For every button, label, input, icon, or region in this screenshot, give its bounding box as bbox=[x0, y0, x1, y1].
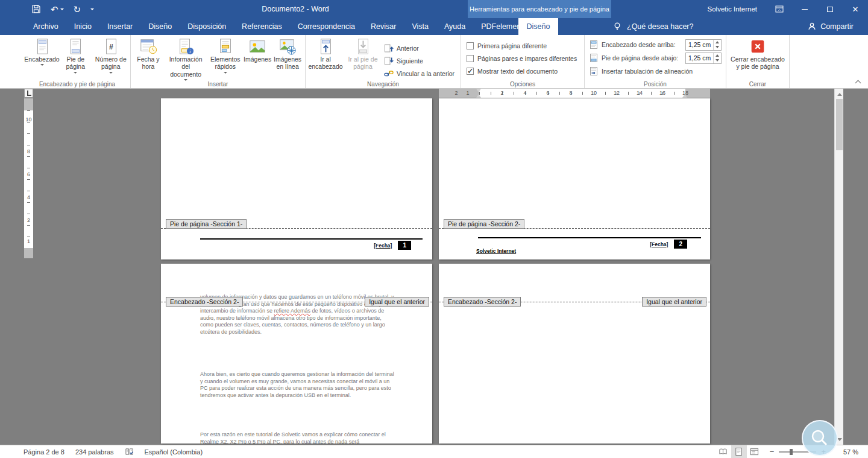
online-pictures-icon bbox=[278, 37, 297, 56]
close-header-footer-button[interactable]: Cerrar encabezado y pie de página bbox=[729, 36, 787, 80]
close-header-footer-label: Cerrar encabezado y pie de página bbox=[731, 56, 785, 71]
tab-stop-selector[interactable] bbox=[24, 89, 33, 98]
zoom-slider-thumb[interactable] bbox=[790, 449, 793, 455]
checkbox-show-document-text[interactable]: Mostrar texto del documento bbox=[467, 65, 579, 77]
checkbox-different-first-page[interactable]: Primera página diferente bbox=[467, 39, 579, 52]
tell-me-label: ¿Qué desea hacer? bbox=[627, 22, 694, 31]
page-number-field[interactable]: 1 bbox=[398, 241, 411, 250]
right-indent-marker[interactable] bbox=[682, 92, 687, 98]
footer-from-bottom-spinner[interactable]: 1,25 cm bbox=[685, 52, 722, 64]
spin-up-icon[interactable] bbox=[715, 39, 719, 43]
date-field[interactable]: [Fecha] bbox=[650, 241, 668, 247]
go-to-footer-button[interactable]: Ir al pie de página bbox=[344, 36, 382, 80]
page-number-icon: # bbox=[102, 37, 120, 56]
tab-revisar[interactable]: Revisar bbox=[363, 18, 404, 35]
go-to-header-button[interactable]: Ir al encabezado bbox=[307, 36, 344, 80]
zoom-out-button[interactable]: − bbox=[770, 447, 775, 456]
close-button[interactable]: ✕ bbox=[843, 0, 868, 18]
tab-vista[interactable]: Vista bbox=[404, 18, 436, 35]
ruler-number: 6 bbox=[546, 90, 549, 96]
group-label-close: Cerrar bbox=[726, 81, 789, 87]
ruler-number: 4 bbox=[523, 90, 526, 96]
page-number-button[interactable]: # Número de página bbox=[93, 36, 129, 80]
spin-down-icon[interactable] bbox=[715, 46, 719, 50]
spinner-buttons[interactable] bbox=[713, 53, 721, 63]
date-time-button-label: Fecha y hora bbox=[133, 56, 163, 71]
lightbulb-icon bbox=[612, 22, 622, 31]
horizontal-ruler[interactable]: 2 1 2 4 6 8 10 12 14 16 18 bbox=[439, 89, 710, 98]
scroll-up-button[interactable] bbox=[835, 89, 844, 98]
checkbox-icon[interactable] bbox=[467, 68, 474, 75]
spin-up-icon[interactable] bbox=[715, 52, 719, 57]
save-button[interactable] bbox=[31, 4, 41, 14]
redo-button[interactable]: ↻ bbox=[74, 5, 81, 14]
page-indicator[interactable]: Página 2 de 8 bbox=[18, 445, 70, 458]
next-button[interactable]: Siguiente bbox=[382, 54, 457, 67]
header-button[interactable]: Encabezado bbox=[25, 36, 58, 80]
header-from-top-value[interactable]: 1,25 cm bbox=[686, 40, 713, 50]
print-layout-view-button[interactable] bbox=[731, 445, 747, 458]
account-name[interactable]: Solvetic Internet bbox=[708, 5, 757, 13]
page-2: Pie de página -Sección 2- [Fecha] 2 Solv… bbox=[439, 98, 710, 259]
page-number-field[interactable]: 2 bbox=[674, 240, 687, 249]
undo-icon: ↶ bbox=[51, 5, 58, 14]
maximize-button[interactable] bbox=[817, 0, 843, 18]
footer-fields: [Fecha] 2 bbox=[650, 240, 687, 249]
page-4: Encabezado -Sección 2- Igual que el ante… bbox=[439, 264, 710, 444]
spin-down-icon[interactable] bbox=[715, 59, 719, 63]
scrollbar-thumb[interactable] bbox=[836, 99, 843, 150]
share-button[interactable]: Compartir bbox=[807, 18, 854, 35]
footer-icon bbox=[66, 37, 84, 56]
collapse-ribbon-button[interactable] bbox=[855, 79, 861, 84]
hanging-indent-marker[interactable] bbox=[476, 92, 481, 98]
quick-access-toolbar: ↶ ↻ bbox=[31, 0, 94, 18]
proofing-status-button[interactable] bbox=[119, 445, 139, 458]
next-icon bbox=[384, 56, 394, 66]
read-mode-view-button[interactable] bbox=[715, 445, 731, 458]
online-pictures-button[interactable]: Imágenes en línea bbox=[271, 36, 304, 80]
checkbox-icon[interactable] bbox=[467, 55, 474, 62]
tab-archivo[interactable]: Archivo bbox=[25, 18, 66, 35]
quick-parts-button[interactable]: Elementos rápidos bbox=[207, 36, 244, 80]
go-to-footer-button-label: Ir al pie de página bbox=[345, 56, 380, 71]
zoom-level[interactable]: 57 % bbox=[833, 448, 858, 456]
qat-customize-button[interactable] bbox=[90, 7, 94, 12]
language-indicator[interactable]: Español (Colombia) bbox=[139, 445, 209, 458]
link-to-previous-button[interactable]: Vincular a la anterior bbox=[382, 67, 457, 80]
date-time-button[interactable]: Fecha y hora bbox=[132, 36, 165, 80]
tab-disposicion[interactable]: Disposición bbox=[180, 18, 234, 35]
tab-inicio[interactable]: Inicio bbox=[66, 18, 99, 35]
pictures-button[interactable]: Imágenes bbox=[244, 36, 271, 80]
date-time-icon bbox=[139, 37, 157, 56]
footer-author-text[interactable]: Solvetic Internet bbox=[476, 248, 516, 254]
page-3: Encabezado -Sección 2- Igual que el ante… bbox=[161, 264, 432, 444]
vertical-ruler[interactable]: 10 8 6 4 2 1 bbox=[24, 98, 33, 258]
footer-button[interactable]: Pie de página bbox=[58, 36, 93, 80]
tab-referencias[interactable]: Referencias bbox=[234, 18, 290, 35]
checkbox-different-odd-even[interactable]: Páginas pares e impares diferentes bbox=[467, 52, 579, 65]
tab-diseno[interactable]: Diseño bbox=[140, 18, 180, 35]
date-field[interactable]: [Fecha] bbox=[374, 243, 392, 249]
tab-correspondencia[interactable]: Correspondencia bbox=[290, 18, 363, 35]
ribbon-display-options-icon bbox=[775, 4, 784, 14]
ruler-number: 8 bbox=[24, 148, 33, 154]
header-from-top-spinner[interactable]: 1,25 cm bbox=[685, 39, 722, 51]
footer-from-bottom-value[interactable]: 1,25 cm bbox=[686, 53, 713, 63]
checkbox-icon[interactable] bbox=[467, 42, 474, 49]
document-info-button[interactable]: i Información del documento bbox=[165, 36, 207, 80]
word-count[interactable]: 234 palabras bbox=[70, 445, 119, 458]
window-title: Documento2 - Word bbox=[217, 0, 374, 18]
undo-button[interactable]: ↶ bbox=[51, 5, 64, 14]
insert-alignment-tab-button[interactable]: Insertar tabulación de alineación bbox=[589, 65, 722, 78]
tab-insertar[interactable]: Insertar bbox=[99, 18, 140, 35]
web-layout-view-button[interactable] bbox=[747, 445, 763, 458]
tab-contextual-diseno-active[interactable]: Diseño bbox=[518, 18, 558, 35]
ribbon-display-options-button[interactable] bbox=[767, 0, 792, 18]
spinner-buttons[interactable] bbox=[713, 40, 721, 50]
previous-button[interactable]: Anterior bbox=[382, 42, 457, 54]
tell-me-box[interactable]: ¿Qué desea hacer? bbox=[612, 18, 694, 35]
minimize-button[interactable] bbox=[792, 0, 817, 18]
go-to-header-button-label: Ir al encabezado bbox=[308, 56, 343, 71]
vertical-sc rollbar[interactable] bbox=[834, 89, 843, 445]
tab-ayuda[interactable]: Ayuda bbox=[436, 18, 473, 35]
